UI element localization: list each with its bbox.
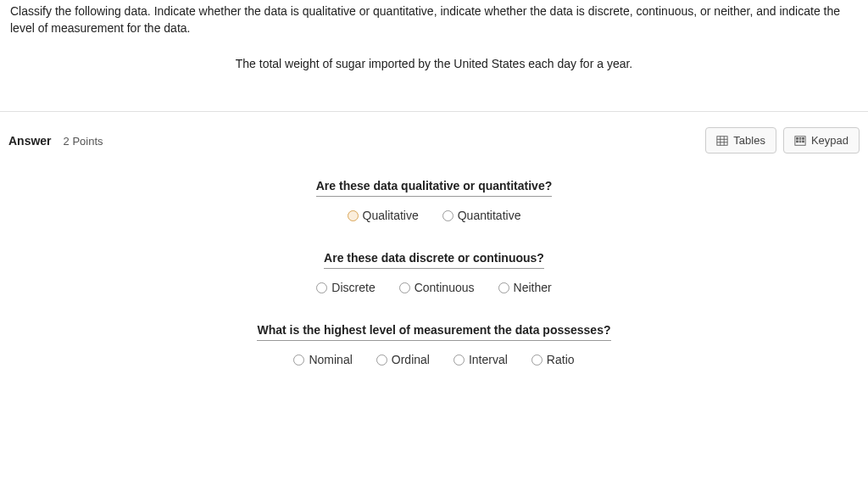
svg-rect-7 [799,137,801,139]
questions-area: Are these data qualitative or quantitati… [0,162,868,412]
question-instructions: Classify the following data. Indicate wh… [10,3,858,36]
question-section: Classify the following data. Indicate wh… [0,0,868,111]
radio-circle-icon [399,282,410,293]
sub-question-3-title: What is the highest level of measurement… [257,323,610,341]
radio-interval[interactable]: Interval [453,353,508,366]
radio-label: Interval [469,353,508,366]
points-label: 2 Points [64,135,103,148]
sub-question-3: What is the highest level of measurement… [0,323,868,366]
radio-circle-icon [442,210,453,221]
radio-quantitative[interactable]: Quantitative [442,209,521,222]
radio-qualitative[interactable]: Qualitative [348,209,419,222]
radio-continuous[interactable]: Continuous [399,281,475,294]
radio-ratio[interactable]: Ratio [531,353,575,366]
sub-question-1: Are these data qualitative or quantitati… [0,179,868,222]
radio-label: Ratio [547,353,575,366]
radio-circle-icon [376,354,387,366]
question-prompt: The total weight of sugar imported by th… [10,57,858,70]
header-buttons: Tables Keypad [705,127,860,153]
keypad-icon [794,135,806,147]
radio-label: Qualitative [363,209,419,222]
radio-circle-icon [293,354,304,366]
tables-button[interactable]: Tables [705,127,776,153]
radio-circle-icon [348,210,359,221]
answer-header: Answer 2 Points Tables Keyp [0,112,868,162]
radio-label: Discrete [331,281,375,294]
radio-group-2: Discrete Continuous Neither [0,281,868,294]
radio-neither[interactable]: Neither [498,281,552,294]
answer-label-group: Answer 2 Points [8,134,103,148]
sub-question-2-title: Are these data discrete or continuous? [324,251,544,269]
radio-circle-icon [453,354,465,366]
radio-circle-icon [531,354,542,366]
keypad-button-label: Keypad [811,134,849,147]
sub-question-2: Are these data discrete or continuous? D… [0,251,868,294]
radio-label: Neither [514,281,552,294]
svg-rect-0 [717,136,727,145]
radio-discrete[interactable]: Discrete [316,281,375,294]
sub-question-1-title: Are these data qualitative or quantitati… [316,179,553,197]
radio-label: Nominal [309,353,352,366]
svg-rect-8 [803,137,804,139]
radio-label: Ordinal [392,353,430,366]
radio-circle-icon [316,282,327,293]
svg-rect-11 [803,141,804,142]
table-icon [716,135,728,147]
radio-ordinal[interactable]: Ordinal [376,353,430,366]
radio-nominal[interactable]: Nominal [293,353,352,366]
svg-rect-9 [797,141,798,142]
radio-group-1: Qualitative Quantitative [0,209,868,222]
radio-circle-icon [498,282,509,293]
svg-rect-6 [797,137,798,139]
tables-button-label: Tables [733,134,765,147]
radio-group-3: Nominal Ordinal Interval Ratio [0,353,868,366]
radio-label: Continuous [415,281,475,294]
answer-label: Answer [8,134,52,148]
svg-rect-10 [799,141,801,142]
radio-label: Quantitative [458,209,521,222]
keypad-button[interactable]: Keypad [783,127,860,153]
